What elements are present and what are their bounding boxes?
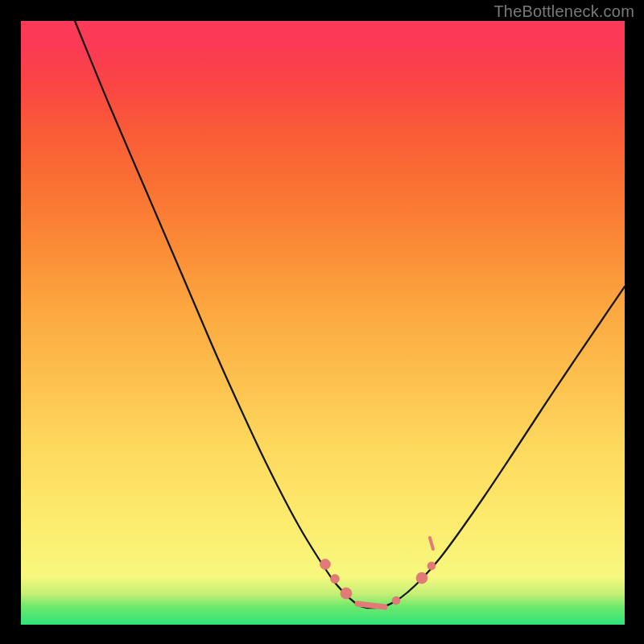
marker-dot — [331, 575, 340, 584]
marker-dot — [320, 559, 331, 570]
curve-layer — [21, 21, 625, 625]
plot-area — [21, 21, 625, 625]
marker-dot — [427, 562, 436, 570]
marker-dot — [341, 588, 352, 599]
marker-dot — [416, 572, 427, 584]
bottleneck-curve — [75, 21, 625, 608]
marker-blip — [430, 538, 433, 549]
chart-canvas: TheBottleneck.com — [0, 0, 644, 644]
curve-markers — [320, 538, 436, 607]
watermark-text: TheBottleneck.com — [493, 2, 634, 21]
marker-dash — [357, 604, 385, 607]
marker-dot — [392, 597, 400, 605]
